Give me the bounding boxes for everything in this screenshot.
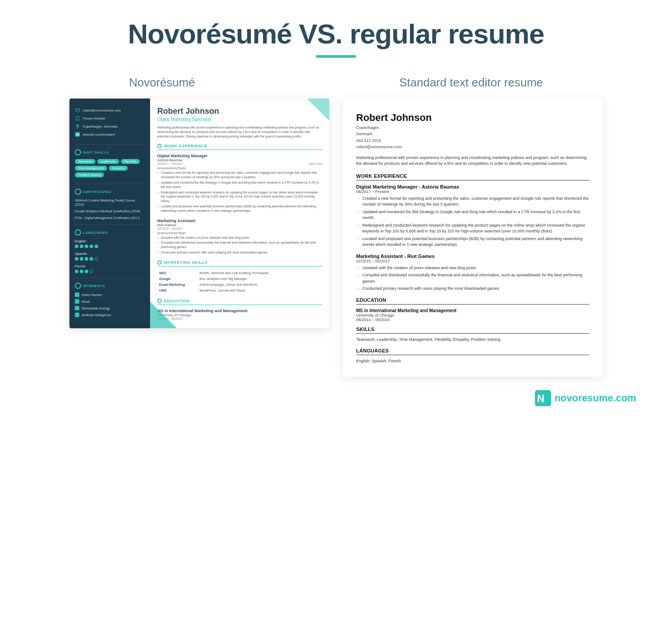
skill-flexibility: Flexibility (121, 159, 140, 164)
std-edu-school: University of Chicago (356, 313, 589, 318)
std-candidate-name: Robert Johnson (356, 112, 589, 124)
novo-edu-title: EDUCATION (164, 299, 190, 303)
ai-icon (75, 313, 79, 317)
sidebar-divider-2 (75, 184, 145, 184)
sidebar-divider-4 (75, 278, 145, 278)
achievements-label-2: Achievements/Tasks (157, 232, 322, 235)
langs-title: LANGUAGES (75, 229, 145, 236)
std-langs-title: LANGUAGES (356, 348, 589, 355)
soft-skills-title: SOFT SKILLS (75, 149, 145, 155)
skill-empathy: Empathy (109, 166, 128, 171)
novo-candidate-title: Digital Marketing Specialist (157, 117, 322, 122)
novo-job-1: Digital Marketing Manager Astoria Baumax… (157, 154, 322, 213)
novo-main-content: Robert Johnson Digital Marketing Special… (150, 99, 329, 328)
interest-renewable: Renewable Energy (75, 306, 145, 310)
sidebar-divider-1 (75, 144, 145, 145)
std-skills-title: SKILLS (356, 326, 589, 334)
standard-resume-card: Robert Johnson Copenhagen Denmark 044 41… (343, 99, 603, 377)
std-skills-text: Teamwork, Leadership, Time Management, F… (356, 337, 589, 342)
sidebar-divider-3 (75, 224, 145, 225)
contact-linkedin: in linkedin.com/in/robert (75, 132, 145, 137)
certs-title: CERTIFICATES (75, 189, 145, 195)
interest-ai: Artificial Intelligence (75, 313, 145, 317)
novo-job2-bullet3: Conducted primary research with users pl… (157, 250, 322, 255)
columns-header: Novorésumé Standard text editor resume (27, 76, 645, 90)
cert-1: SEMrush Content Marketing Toolkit Course… (75, 198, 145, 206)
novo-edu-dates: 06/2013 - 06/2015 (157, 317, 322, 320)
sidebar-contact: robert@novoresume.com Phone Number Copen… (75, 107, 145, 137)
contact-location: Copenhagen, Denmark (75, 124, 145, 129)
std-edu-title: EDUCATION (356, 297, 589, 305)
std-job1-dates: 06/2017 – Present (356, 189, 589, 194)
novo-work-header: WORK EXPERIENCE (157, 144, 322, 150)
std-job-2: Marketing Assistant - Riot Games 02/2015… (356, 253, 589, 292)
novo-job2-bullet2: Compiled and distributed successfully th… (157, 240, 322, 249)
lang-french: French (75, 264, 145, 273)
skills-table: SEO Ahrefs, Semrush and Link-building Te… (157, 270, 322, 293)
contact-phone: Phone Number (75, 116, 145, 121)
std-job1-b2: Updated and monitored the Bid Strategy i… (356, 209, 589, 221)
skill-leadership: Leadership (97, 159, 119, 164)
novo-job1-bullet2: Updated and monitored the Bid Strategy i… (157, 180, 322, 189)
novo-job1-bullet3: Redesigned and conducted keyword researc… (157, 190, 322, 203)
std-job1-b3: Redesigned and conducted keyword researc… (356, 223, 589, 235)
location-icon (75, 124, 80, 129)
novo-job2-meta: 02/2015 - 05/2017 (157, 227, 322, 230)
std-langs-text: English, Spanish, French (356, 359, 589, 363)
page-wrapper: Novorésumé VS. regular resume Novorésumé… (0, 0, 672, 627)
skill-row-google: Google Ads, Analytics and Tag Manager (157, 276, 322, 282)
lang-spanish: Spanish (75, 252, 145, 261)
footer-logo: N novoresume.com (535, 390, 636, 406)
novo-candidate-name: Robert Johnson (157, 107, 322, 116)
cert-3: PCM - Digital Management Certification (… (75, 216, 145, 220)
skills-section-icon (157, 260, 162, 265)
cert-2: Google Analytics Individual Qualificatio… (75, 209, 145, 213)
skill-tags: Teamwork Leadership Flexibility Time Man… (75, 159, 145, 177)
svg-point-4 (77, 125, 78, 126)
std-job-1: Digital Marketing Manager - Astoria Baum… (356, 184, 589, 248)
lang-english: English (75, 239, 145, 248)
novo-job2-bullet1: Assisted with the creation of press rele… (157, 236, 322, 240)
novo-job2-title: Marketing Assistant (157, 219, 322, 223)
novo-edu-header: EDUCATION (157, 299, 322, 305)
novo-column-label: Novorésumé (129, 76, 195, 90)
standard-column-label: Standard text editor resume (399, 76, 543, 90)
novo-job1-meta: 06/2017 - Present New York (157, 162, 322, 165)
novo-job1-company: Astoria Baumax (157, 158, 322, 162)
linkedin-icon: in (75, 132, 80, 137)
std-contact: Copenhagen Denmark 044 412 2019 robert@n… (356, 125, 589, 150)
skill-row-email: Email Marketing ActiveCampaign, Litmus a… (157, 282, 322, 288)
novo-job2-company: Riot Games (157, 223, 322, 227)
std-job2-title: Marketing Assistant - Riot Games (356, 253, 589, 259)
std-edu-degree: MS in International Marketing and Manage… (356, 308, 589, 313)
std-summary: Marketing professional with proven exper… (356, 155, 589, 167)
contact-email: robert@novoresume.com (75, 107, 145, 113)
skill-problem: Problem Solving (75, 172, 104, 177)
novo-sidebar: robert@novoresume.com Phone Number Copen… (69, 99, 150, 328)
skill-row-seo: SEO Ahrefs, Semrush and Link-building Te… (157, 270, 322, 276)
work-section-icon (157, 144, 162, 148)
novo-summary: Marketing professional with proven exper… (157, 125, 322, 138)
std-job1-title: Digital Marketing Manager - Astoria Baum… (356, 184, 589, 189)
novo-job1-bullet1: Created a new format for reporting and p… (157, 171, 322, 180)
music-icon (75, 299, 79, 304)
std-job2-b2: Compiled and distributed successfully th… (356, 272, 589, 284)
novo-edu-school: University of Chicago (157, 313, 322, 317)
novo-resume-card: robert@novoresume.com Phone Number Copen… (69, 99, 329, 328)
interests-title: INTERESTS (75, 283, 145, 289)
interest-videogames: Video Games (75, 292, 145, 297)
svg-text:in: in (76, 133, 79, 136)
std-job2-dates: 02/2015 – 05/2017 (356, 259, 589, 263)
novo-work-title: WORK EXPERIENCE (164, 144, 207, 148)
std-job2-b1: Assisted with the creation of press rele… (356, 265, 589, 271)
skill-teamwork: Teamwork (75, 159, 95, 164)
novo-job1-title: Digital Marketing Manager (157, 154, 322, 158)
interest-music: Music (75, 299, 145, 304)
std-job1-b4: Located and proposed new potential busin… (356, 236, 589, 248)
resumes-row: robert@novoresume.com Phone Number Copen… (27, 99, 645, 377)
novo-job-2: Marketing Assistant Riot Games 02/2015 -… (157, 219, 322, 255)
skill-row-cms: CMS WordPress, Joomla and Ghost (157, 288, 322, 293)
novoresume-n-icon: N (535, 390, 551, 406)
svg-point-2 (77, 120, 78, 120)
skill-time-mgmt: Time Management (75, 166, 107, 171)
